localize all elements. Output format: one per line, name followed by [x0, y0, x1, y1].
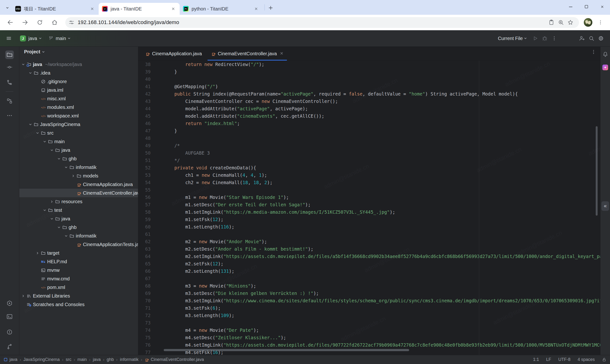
debug-button[interactable]: [540, 34, 549, 43]
line-number[interactable]: 45: [138, 112, 151, 120]
window-minimize-button[interactable]: [563, 0, 579, 13]
indent-style[interactable]: 4 spaces: [578, 357, 595, 362]
horizontal-scrollbar[interactable]: [164, 349, 409, 351]
tool-strip-problems-icon[interactable]: [5, 328, 14, 336]
line-number[interactable]: 39: [138, 68, 151, 76]
url-text[interactable]: 192.168.101.144/ide/web/coding/java/demo: [78, 19, 547, 26]
line-number[interactable]: 48: [138, 135, 151, 142]
editor-tabs-kebab-icon[interactable]: [591, 49, 597, 56]
line-number[interactable]: 41: [138, 83, 151, 90]
line-number[interactable]: 77: [138, 349, 151, 355]
tool-strip-terminal-icon[interactable]: [5, 312, 14, 321]
breadcrumb-item[interactable]: ghb: [107, 357, 114, 362]
line-number[interactable]: 47: [138, 127, 151, 135]
line-number[interactable]: 66: [138, 268, 151, 275]
tree-chevron-down-icon[interactable]: [27, 121, 33, 127]
line-number[interactable]: 64: [138, 253, 151, 260]
tree-chevron-down-icon[interactable]: [49, 216, 54, 221]
line-number[interactable]: 58: [138, 208, 151, 216]
breadcrumb-item[interactable]: java: [10, 357, 17, 362]
tree-item-cinemaapplicationtests.java[interactable]: CinemaApplicationTests.java: [19, 240, 138, 249]
browser-tab-3[interactable]: PCpython - TitanIDE: [180, 3, 263, 15]
tree-chevron-right-icon[interactable]: [70, 173, 76, 179]
breadcrumb-item[interactable]: CinemaEventController.java: [151, 357, 204, 362]
line-number[interactable]: 57: [138, 201, 151, 208]
tree-item-informatik[interactable]: informatik: [19, 232, 138, 240]
main-menu-hamburger-icon[interactable]: [4, 34, 13, 43]
tree-item-modules.xml[interactable]: </>modules.xml: [19, 103, 138, 112]
line-number[interactable]: 42: [138, 90, 151, 98]
line-number[interactable]: 68: [138, 282, 151, 290]
tree-chevron-down-icon[interactable]: [56, 156, 62, 161]
tree-item-java[interactable]: java: [19, 146, 138, 154]
line-number[interactable]: 50: [138, 149, 151, 157]
forward-button[interactable]: [20, 17, 30, 28]
line-number[interactable]: 55: [138, 186, 151, 194]
line-number[interactable]: 73: [138, 319, 151, 327]
line-number[interactable]: 52: [138, 164, 151, 171]
vertical-scrollbar[interactable]: [596, 126, 597, 216]
run-config-chevron-icon[interactable]: [524, 37, 527, 40]
line-number[interactable]: 67: [138, 275, 151, 282]
tree-item-workspace.xml[interactable]: </>workspace.xml: [19, 112, 138, 120]
browser-tab-1[interactable]: <t>项目 - TitanIDE: [12, 3, 99, 15]
bookmark-star-icon[interactable]: [566, 18, 575, 27]
ai-assistant-icon[interactable]: [601, 63, 610, 72]
tree-item-models[interactable]: models: [19, 171, 138, 180]
collapse-panel-button[interactable]: «: [601, 201, 609, 211]
project-panel-header[interactable]: Project: [24, 49, 45, 54]
project-panel-chevron-icon[interactable]: [42, 50, 45, 54]
browser-menu-kebab-icon[interactable]: [596, 18, 605, 27]
tool-strip-git-icon[interactable]: [5, 342, 14, 351]
breadcrumb-item[interactable]: java: [93, 357, 101, 362]
project-name[interactable]: java: [28, 36, 37, 41]
tree-item-java[interactable]: java~/workspace/java: [19, 60, 138, 69]
run-config-selector[interactable]: Current File: [498, 36, 523, 41]
tree-item-target[interactable]: target: [19, 249, 138, 257]
tree-item-mvnw[interactable]: mvnw: [19, 266, 138, 274]
tree-chevron-down-icon[interactable]: [63, 164, 69, 170]
readonly-lock-icon[interactable]: [602, 357, 607, 362]
breadcrumb-item[interactable]: JavaSpringCinema: [23, 357, 60, 362]
line-number[interactable]: 44: [138, 105, 151, 112]
tree-chevron-down-icon[interactable]: [49, 147, 54, 153]
tree-chevron-down-icon[interactable]: [27, 70, 33, 76]
line-separator[interactable]: LF: [546, 357, 551, 362]
line-number[interactable]: 70: [138, 297, 151, 304]
tree-item-ghb[interactable]: ghb: [19, 223, 138, 232]
line-number[interactable]: 40: [138, 76, 151, 83]
tree-item-src[interactable]: src: [19, 129, 138, 137]
tab-close-icon[interactable]: [170, 6, 176, 12]
tree-chevron-down-icon[interactable]: [42, 139, 47, 144]
breadcrumb-item[interactable]: main: [78, 357, 87, 362]
tree-chevron-down-icon[interactable]: [20, 62, 26, 67]
tree-item-external-libraries[interactable]: External Libraries: [19, 292, 138, 300]
line-number[interactable]: 46: [138, 120, 151, 127]
breadcrumb-item[interactable]: informatik: [120, 357, 138, 362]
tab-search-chevron-icon[interactable]: [3, 4, 12, 12]
line-number[interactable]: 72: [138, 312, 151, 319]
run-button[interactable]: [531, 34, 540, 43]
tree-item-java[interactable]: java: [19, 214, 138, 223]
window-close-button[interactable]: [594, 0, 610, 13]
line-number[interactable]: 76: [138, 341, 151, 349]
line-number[interactable]: 38: [138, 61, 151, 68]
tree-item-javaspringcinema[interactable]: JavaSpringCinema: [19, 120, 138, 129]
breadcrumb-item[interactable]: src: [66, 357, 71, 362]
branch-selector[interactable]: main: [49, 36, 71, 41]
tool-strip-services-icon[interactable]: [5, 299, 14, 308]
reload-button[interactable]: [34, 17, 45, 28]
tree-item-cinemaeventcontroller.java[interactable]: CinemaEventController.java: [19, 189, 138, 197]
line-number[interactable]: 49: [138, 142, 151, 149]
tree-item-misc.xml[interactable]: </>misc.xml: [19, 94, 138, 103]
line-number[interactable]: 61: [138, 231, 151, 238]
line-number[interactable]: 53: [138, 171, 151, 179]
tree-chevron-right-icon[interactable]: [20, 293, 26, 299]
address-bar[interactable]: 192.168.101.144/ide/web/coding/java/demo: [65, 17, 579, 28]
tree-chevron-down-icon[interactable]: [42, 207, 47, 213]
line-number[interactable]: 62: [138, 238, 151, 245]
code-area[interactable]: 38 return new RedirectView("/");39 }4041…: [138, 61, 600, 355]
settings-gear-icon[interactable]: [596, 34, 606, 43]
caret-position[interactable]: 1:1: [533, 357, 539, 362]
code-with-me-icon[interactable]: [577, 34, 587, 43]
